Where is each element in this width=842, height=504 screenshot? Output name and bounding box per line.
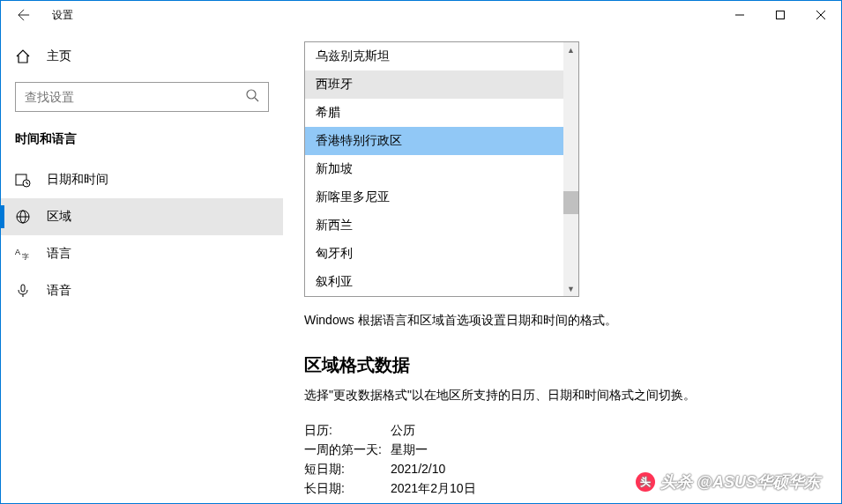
close-icon	[816, 11, 825, 19]
window-controls	[719, 1, 841, 29]
region-dropdown[interactable]: 乌兹别克斯坦 西班牙 希腊 香港特别行政区 新加坡 新喀里多尼亚 新西兰 匈牙利…	[304, 41, 579, 297]
minimize-icon	[735, 11, 744, 19]
watermark: 头 头杀 @ASUS华硕华东	[636, 471, 820, 493]
calendar-clock-icon	[15, 172, 31, 188]
format-description: Windows 根据语言和区域首选项设置日期和时间的格式。	[304, 313, 820, 329]
window-title: 设置	[52, 8, 73, 23]
row-label: 长日期:	[304, 481, 391, 497]
titlebar: 设置	[1, 1, 841, 29]
svg-text:字: 字	[22, 253, 29, 261]
dropdown-item[interactable]: 叙利亚	[305, 268, 578, 296]
dropdown-item[interactable]: 希腊	[305, 99, 578, 127]
microphone-icon	[15, 283, 31, 299]
row-value: 2021年2月10日	[391, 481, 476, 497]
dropdown-item[interactable]: 香港特别行政区	[305, 127, 578, 155]
svg-rect-15	[21, 285, 25, 292]
sidebar-item-speech[interactable]: 语音	[1, 272, 283, 309]
row-value: 公历	[391, 423, 415, 439]
dropdown-scrollbar[interactable]: ▲ ▼	[563, 42, 578, 296]
sidebar-item-label: 日期和时间	[47, 172, 108, 188]
language-icon: A字	[15, 246, 31, 262]
sidebar: 主页 时间和语言 日期和时间 区域 A字 语言	[1, 29, 283, 503]
close-button[interactable]	[801, 1, 841, 29]
svg-rect-1	[777, 11, 785, 19]
table-row: 一周的第一天: 星期一	[304, 441, 820, 460]
row-value: 星期一	[391, 442, 428, 458]
main-content: 乌兹别克斯坦 西班牙 希腊 香港特别行政区 新加坡 新喀里多尼亚 新西兰 匈牙利…	[283, 29, 841, 503]
scroll-down-button[interactable]: ▼	[563, 281, 578, 296]
sidebar-item-datetime[interactable]: 日期和时间	[1, 161, 283, 198]
maximize-icon	[776, 11, 785, 19]
section-title: 区域格式数据	[304, 353, 820, 377]
dropdown-item[interactable]: 新西兰	[305, 211, 578, 240]
sidebar-item-label: 语音	[47, 283, 71, 299]
minimize-button[interactable]	[719, 1, 760, 29]
search-box[interactable]	[15, 82, 269, 112]
watermark-icon: 头	[636, 472, 655, 492]
svg-point-4	[247, 90, 256, 99]
search-icon	[245, 88, 259, 106]
dropdown-item[interactable]: 新喀里多尼亚	[305, 183, 578, 211]
globe-icon	[15, 209, 31, 225]
arrow-left-icon	[18, 9, 30, 21]
scroll-track[interactable]	[563, 57, 578, 281]
category-header: 时间和语言	[1, 124, 283, 161]
sidebar-item-label: 语言	[47, 246, 71, 262]
row-label: 短日期:	[304, 462, 391, 478]
dropdown-item[interactable]: 新加坡	[305, 155, 578, 183]
dropdown-item[interactable]: 乌兹别克斯坦	[305, 42, 578, 70]
maximize-button[interactable]	[760, 1, 801, 29]
dropdown-item[interactable]: 匈牙利	[305, 240, 578, 268]
back-button[interactable]	[11, 3, 36, 27]
sidebar-item-region[interactable]: 区域	[1, 198, 283, 235]
home-label: 主页	[47, 48, 71, 64]
table-row: 日历: 公历	[304, 421, 820, 441]
scroll-thumb[interactable]	[563, 191, 578, 213]
home-link[interactable]: 主页	[1, 40, 283, 73]
section-description: 选择"更改数据格式"以在地区所支持的日历、日期和时间格式之间切换。	[304, 388, 820, 404]
row-label: 日历:	[304, 423, 391, 439]
row-value: 2021/2/10	[391, 462, 445, 478]
dropdown-item[interactable]: 西班牙	[305, 70, 578, 99]
watermark-text: 头杀 @ASUS华硕华东	[660, 471, 820, 493]
home-icon	[15, 48, 31, 64]
scroll-up-button[interactable]: ▲	[563, 42, 578, 57]
sidebar-item-label: 区域	[47, 209, 71, 225]
svg-line-5	[255, 98, 258, 101]
search-input[interactable]	[25, 90, 245, 104]
svg-text:A: A	[15, 248, 20, 256]
row-label: 一周的第一天:	[304, 442, 391, 458]
sidebar-item-language[interactable]: A字 语言	[1, 235, 283, 272]
